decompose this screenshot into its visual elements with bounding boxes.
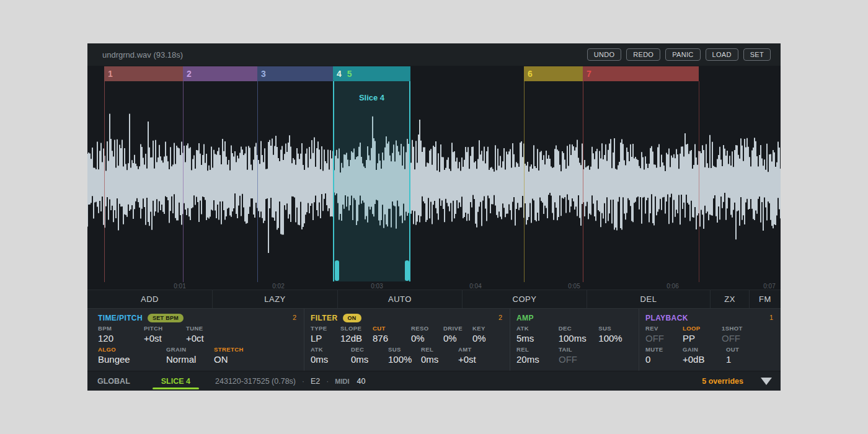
amp-row-1: ATK 5ms DEC 100ms SUS 100% (516, 325, 632, 345)
param-pitch[interactable]: PITCH +0st (144, 325, 186, 345)
slice-header-1[interactable]: 1 (104, 66, 183, 81)
param-stretch[interactable]: STRETCH ON (214, 346, 259, 366)
param-amp-rel[interactable]: REL 20ms (516, 346, 559, 366)
param-1shot[interactable]: 1SHOT OFF (722, 325, 759, 345)
slice-number: 6 (528, 69, 533, 79)
zx-button[interactable]: ZX (710, 290, 749, 308)
param-value: 0% (411, 333, 443, 345)
param-filter-atk[interactable]: ATK 0ms (311, 346, 351, 366)
param-filter-key[interactable]: KEY 0% (472, 325, 502, 345)
param-label: REL (421, 346, 458, 354)
param-filter-reso[interactable]: RESO 0% (411, 325, 443, 345)
load-button[interactable]: LOAD (706, 48, 738, 61)
slice-header-3[interactable]: 3 (257, 66, 333, 81)
param-value: LP (311, 333, 340, 345)
playback-row-1: REV OFF LOOP PP 1SHOT OFF (645, 325, 774, 345)
param-label: ATK (516, 325, 559, 333)
param-label: TAIL (559, 346, 599, 354)
overrides-count: 5 overrides (702, 377, 743, 386)
fm-button[interactable]: FM (749, 290, 781, 308)
param-label: REV (645, 325, 683, 333)
slice-marker-3[interactable] (257, 81, 258, 282)
param-value: 876 (373, 333, 411, 345)
param-grain[interactable]: GRAIN Normal (166, 346, 214, 366)
param-bpm[interactable]: BPM 120 (98, 325, 144, 345)
delete-button[interactable]: DEL (587, 290, 710, 308)
dot-separator: · (302, 377, 304, 386)
set-bpm-badge[interactable]: SET BPM (148, 314, 184, 322)
slice-marker-end[interactable] (699, 81, 699, 282)
copy-button[interactable]: COPY (462, 290, 587, 308)
param-gain[interactable]: GAIN +0dB (683, 346, 726, 366)
slice-header-6[interactable]: 6 (524, 66, 583, 81)
param-mute[interactable]: MUTE 0 (645, 346, 683, 366)
param-amp-atk[interactable]: ATK 5ms (516, 325, 559, 345)
param-label: RESO (411, 325, 443, 333)
param-label: KEY (472, 325, 502, 333)
param-rev[interactable]: REV OFF (645, 325, 683, 345)
redo-button[interactable]: REDO (626, 48, 660, 61)
param-algo[interactable]: ALGO Bungee (98, 346, 166, 366)
param-label: SUS (598, 325, 632, 333)
param-amp-dec[interactable]: DEC 100ms (559, 325, 599, 345)
param-filter-sus[interactable]: SUS 100% (388, 346, 421, 366)
param-value: 1 (726, 354, 760, 366)
slice-start-handle[interactable] (335, 260, 339, 281)
timepitch-header: TIME/PITCH SET BPM (98, 312, 298, 324)
slice-marker-7[interactable] (583, 81, 583, 282)
filter-on-toggle[interactable]: ON (343, 314, 361, 322)
param-filter-cut[interactable]: CUT 876 (373, 325, 411, 345)
param-filter-rel[interactable]: REL 0ms (421, 346, 458, 366)
param-value: Bungee (98, 354, 166, 366)
param-filter-drive[interactable]: DRIVE 0% (443, 325, 472, 345)
param-value: 0ms (351, 354, 388, 366)
slice-header-7[interactable]: 7 (583, 66, 699, 81)
slice-header-4[interactable]: 4 5 (333, 66, 410, 81)
collapse-triangle-icon[interactable] (761, 378, 772, 385)
slice-marker-6[interactable] (524, 81, 525, 282)
param-filter-slope[interactable]: SLOPE 12dB (340, 325, 373, 345)
param-out[interactable]: OUT 1 (726, 346, 760, 366)
param-label: CUT (373, 325, 411, 333)
filter-override-count: 2 (498, 314, 502, 321)
slice-marker-1[interactable] (104, 81, 105, 282)
param-value: OFF (722, 333, 759, 345)
root-note-value[interactable]: E2 (311, 377, 320, 386)
tab-global[interactable]: GLOBAL (97, 377, 130, 386)
param-tune[interactable]: TUNE +0ct (186, 325, 231, 345)
timepitch-row-2: ALGO Bungee GRAIN Normal STRETCH ON (98, 346, 298, 366)
playback-header: PLAYBACK (645, 312, 774, 324)
param-filter-type[interactable]: TYPE LP (311, 325, 340, 345)
tab-slice-4[interactable]: SLICE 4 (153, 371, 199, 391)
set-button[interactable]: SET (743, 48, 771, 61)
midi-label: MIDI (335, 378, 349, 385)
slice-number: 3 (261, 69, 266, 79)
slice-number: 4 (337, 69, 342, 79)
param-filter-amt[interactable]: AMT +0st (458, 346, 492, 366)
undo-button[interactable]: UNDO (587, 48, 622, 61)
lazy-button[interactable]: LAZY (212, 290, 337, 308)
top-bar: undrgrnd.wav (93.18s) UNDO REDO PANIC LO… (87, 43, 781, 66)
slice-marker-2[interactable] (183, 81, 184, 282)
playback-row-2: MUTE 0 GAIN +0dB OUT 1 (645, 346, 774, 366)
param-amp-sus[interactable]: SUS 100% (598, 325, 632, 345)
waveform[interactable] (87, 66, 781, 290)
tool-row: ADD LAZY AUTO COPY DEL ZX FM (87, 290, 781, 308)
filter-title: FILTER (311, 314, 338, 322)
param-label: DEC (351, 346, 388, 354)
auto-slice-button[interactable]: AUTO (337, 290, 462, 308)
param-loop[interactable]: LOOP PP (683, 325, 722, 345)
slice-number: 5 (347, 69, 352, 79)
param-amp-tail[interactable]: TAIL OFF (559, 346, 599, 366)
selected-slice-label: Slice 4 (333, 93, 410, 102)
panic-button[interactable]: PANIC (665, 48, 700, 61)
param-label: BPM (98, 325, 144, 333)
slice-header-2[interactable]: 2 (183, 66, 257, 81)
slice-end-handle[interactable] (405, 260, 409, 281)
param-filter-dec[interactable]: DEC 0ms (351, 346, 388, 366)
slice-number: 1 (108, 69, 113, 79)
time-label-6: 0:06 (666, 283, 678, 290)
midi-note-value[interactable]: 40 (357, 377, 366, 386)
add-slice-button[interactable]: ADD (87, 290, 212, 308)
param-value: +0st (144, 333, 186, 345)
